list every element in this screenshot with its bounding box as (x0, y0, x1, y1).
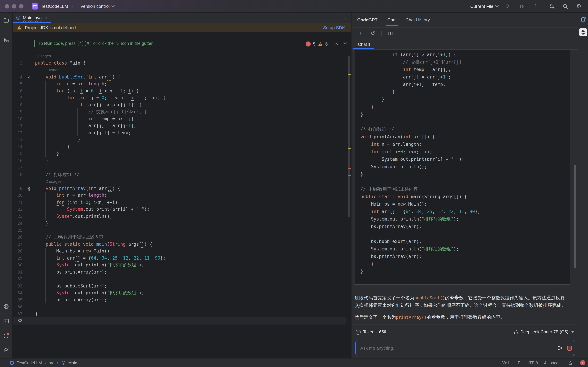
code-line-31[interactable]: 31 bs.printArray(arr); (13, 269, 346, 275)
lock-icon[interactable] (567, 359, 574, 367)
code-line-27[interactable]: 27 public static void main(String args[]… (13, 241, 346, 248)
indent-setting[interactable]: 4 spaces (544, 360, 561, 365)
code-line-14[interactable]: 14 } (13, 143, 346, 150)
code-line-25[interactable]: 25 (13, 227, 346, 234)
code-line-22[interactable]: 22 System.out.print(arr[i] + " "); (13, 206, 346, 213)
line-ending[interactable]: LF (516, 360, 520, 365)
stop-generation-button[interactable] (567, 345, 572, 350)
assistant-code-block[interactable]: if (arr[j] > arr[j+1]) { // 交换arr[j+1]和a… (355, 50, 570, 285)
code-line-28[interactable]: 28 Main bs = new Main(); (13, 248, 346, 255)
code-line-37[interactable]: 37} (13, 310, 346, 317)
structure-tool-button[interactable] (2, 36, 10, 43)
error-stripe-mark[interactable] (348, 168, 351, 169)
code-lines[interactable]: 2 usages3public class Main { 1 usage4@ v… (13, 53, 346, 324)
codegpt-tool-button[interactable] (579, 28, 587, 36)
inlay-hint-row[interactable]: 1 usage (13, 67, 346, 74)
warning-stripe-mark[interactable] (348, 74, 351, 75)
search-icon[interactable] (562, 2, 569, 10)
close-icon[interactable]: × (45, 15, 48, 20)
setup-sdk-link[interactable]: Setup SDK (323, 25, 347, 30)
window-controls[interactable] (5, 4, 24, 8)
editor-options-button[interactable]: ⋮ (343, 13, 348, 23)
tab-chat-1[interactable]: Chat 1 (358, 42, 371, 47)
code-line-10[interactable]: 10 int temp = arr[j]; (13, 115, 346, 122)
project-selector[interactable]: TestCodeLLM (41, 4, 73, 9)
code-line-15[interactable]: 15 } (13, 150, 346, 157)
notifications-bell-icon[interactable] (579, 16, 587, 24)
code-line-12[interactable]: 12 arr[j+1] = temp; (13, 129, 346, 136)
code-line-4[interactable]: 4@ void bubbleSort(int arr[]) { (13, 74, 346, 81)
breadcrumb-src[interactable]: src (49, 360, 54, 365)
editor-scrollbar[interactable] (348, 56, 350, 217)
split-view-button[interactable] (387, 30, 394, 37)
code-line-32[interactable]: 32 (13, 275, 346, 283)
code-line-3[interactable]: 3public class Main { (13, 60, 346, 67)
code-line-16[interactable]: 16 } (13, 157, 346, 164)
run-configuration-selector[interactable]: Current File (470, 4, 498, 9)
tab-chat-history[interactable]: Chat History (404, 12, 431, 27)
code-editor[interactable]: To Run code, press ^R or click the ▷ ico… (13, 32, 351, 358)
services-tool-button[interactable] (2, 303, 10, 310)
code-line-30[interactable]: 30 System.out.println("排序前的数组"); (13, 262, 346, 269)
warning-stripe-mark[interactable] (348, 148, 351, 149)
new-chat-button[interactable]: + (357, 30, 364, 37)
breadcrumb-project[interactable]: TestCodeLLM (17, 360, 42, 365)
code-line-38[interactable]: 38 (13, 317, 346, 324)
more-tools-button[interactable]: ⋯ (2, 49, 10, 57)
inlay-hint-row[interactable]: 2 usages (13, 178, 346, 185)
code-line-26[interactable]: 26 // 主��数用于测试上述内容 (13, 234, 346, 241)
settings-gear-icon[interactable]: ⚙ (575, 2, 583, 10)
code-line-29[interactable]: 29 int arr[] = {64, 34, 25, 12, 22, 11, … (13, 255, 346, 262)
git-tool-button[interactable] (2, 347, 10, 354)
caret-position[interactable]: 38:1 (502, 360, 509, 365)
code-line-20[interactable]: 20 int n = arr.length; (13, 192, 346, 199)
code-line-35[interactable]: 35 bs.printArray(arr); (13, 297, 346, 303)
warning-stripe-mark[interactable] (348, 160, 351, 160)
tab-main-java[interactable]: C Main.java × (13, 13, 51, 23)
code-with-me-button[interactable] (548, 2, 555, 10)
inlay-hint-row[interactable]: 2 usages (13, 53, 346, 60)
code-line-23[interactable]: 23 System.out.println(); (13, 213, 346, 220)
code-line-13[interactable]: 13 } (13, 136, 346, 143)
code-line-19[interactable]: 19@ void printArray(int arr[]) { (13, 185, 346, 192)
prev-problem-button[interactable] (335, 43, 338, 46)
inspections-widget[interactable]: ! 5 6 (306, 42, 346, 47)
vcs-menu[interactable]: Version control (80, 4, 114, 9)
terminal-tool-button[interactable] (2, 317, 10, 325)
code-line-17[interactable]: 17 (13, 164, 346, 171)
code-line-21[interactable]: 21 for (int i=0; i<n; ++i) (13, 199, 346, 206)
code-line-6[interactable]: 6 for (int i = 0; i < n - 1; i++) { (13, 87, 346, 94)
debug-button[interactable] (518, 2, 525, 10)
code-line-5[interactable]: 5 int n = arr.length; (13, 81, 346, 87)
code-line-11[interactable]: 11 arr[j] = arr[j+1]; (13, 122, 346, 129)
tab-chat[interactable]: Chat (386, 12, 398, 27)
code-line-36[interactable]: 36 } (13, 303, 346, 310)
indent-guide (45, 248, 46, 303)
code-line-33[interactable]: 33 bs.bubbleSort(arr); (13, 283, 346, 290)
chat-input-box[interactable] (355, 340, 575, 356)
code-line-34[interactable]: 34 System.out.println("排序后的数组"); (13, 290, 346, 297)
more-menu-button[interactable]: ⋮ (532, 2, 539, 10)
jdk-warning-banner: Project JDK is not defined Setup SDK (13, 23, 351, 32)
code-line-9[interactable]: 9 // 交换arr[j+1]和arr[j] (13, 108, 346, 115)
code-line-24[interactable]: 24 } (13, 220, 346, 227)
breadcrumb-file[interactable]: Main (68, 360, 77, 365)
send-icon[interactable] (556, 344, 564, 352)
code-line-18[interactable]: 18 /* 打印数组 */ (13, 171, 346, 178)
code-line-7[interactable]: 7 for (int j = 0; j < n - i - 1; j++) { (13, 94, 346, 101)
file-encoding[interactable]: UTF-8 (527, 360, 538, 365)
run-button[interactable] (504, 2, 512, 10)
ide-error-notification-icon[interactable]: ! (580, 360, 585, 365)
help-icon[interactable]: ? (355, 329, 361, 334)
problems-tool-button[interactable] (2, 332, 10, 340)
next-problem-button[interactable] (344, 41, 347, 44)
model-selector[interactable]: Deepseek Coder 7B (Q5) (513, 329, 574, 334)
chat-scrollbar[interactable] (574, 165, 576, 268)
svg-text:C: C (62, 361, 64, 364)
project-tool-button[interactable] (2, 17, 10, 24)
code-line-8[interactable]: 8 if (arr[j] > arr[j+1]) { (13, 101, 346, 108)
chat-input[interactable] (360, 345, 556, 351)
error-stripe-mark[interactable] (348, 175, 351, 176)
breadcrumb[interactable]: TestCodeLLM › src › C Main (10, 360, 77, 365)
reset-chat-button[interactable]: ↺ (369, 30, 377, 37)
